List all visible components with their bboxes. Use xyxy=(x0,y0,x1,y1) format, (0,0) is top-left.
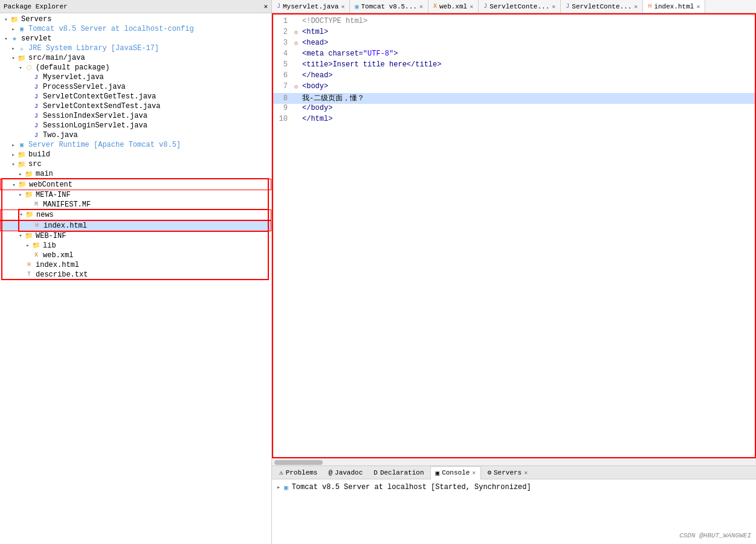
code-line-8: 8 我-二级页面，懂？ xyxy=(273,93,755,104)
line-content[interactable]: <meta charset="UTF-8"> xyxy=(300,50,755,58)
line-number: 10 xyxy=(273,115,292,123)
sidebar-item-two[interactable]: JTwo.java xyxy=(0,130,271,140)
line-number: 6 xyxy=(273,71,292,80)
tab-close-icon[interactable]: ✕ xyxy=(634,3,638,10)
line-content[interactable]: <title>Insert title here</title> xyxy=(300,60,755,69)
line-number: 2 xyxy=(273,28,292,36)
tab-label: ServletConte... xyxy=(572,3,632,10)
scroll-thumb[interactable] xyxy=(274,460,323,465)
tab-close-icon[interactable]: ✕ xyxy=(552,3,555,10)
sidebar-header: Package Explorer ✕ xyxy=(0,0,271,13)
main-layout: Package Explorer ✕ ▾📁Servers▸▣Tomcat v8.… xyxy=(0,0,756,544)
sidebar-item-defaultpkg[interactable]: ▾⬡(default package) xyxy=(0,63,271,72)
console-item-label: Tomcat v8.5 Server at localhost [Started… xyxy=(292,483,531,491)
line-content[interactable]: <!DOCTYPE html> xyxy=(300,17,755,25)
tab-close-icon[interactable]: ✕ xyxy=(470,3,473,10)
sidebar-item-build[interactable]: ▸📁build xyxy=(0,150,271,159)
bottom-tab-label: Servers xyxy=(494,469,522,476)
sidebar-item-jre[interactable]: ▸☕JRE System Library [JavaSE-17] xyxy=(0,43,271,53)
line-number: 1 xyxy=(273,17,292,25)
editor-tabs: JMyservlet.java✕▣Tomcat v8.5...✕Xweb.xml… xyxy=(272,0,756,13)
sidebar-item-myservlet[interactable]: JMyservlet.java xyxy=(0,72,271,82)
line-content[interactable]: </html> xyxy=(300,115,755,123)
bottom-tab-label: Console xyxy=(442,469,470,476)
sidebar-item-manifest[interactable]: MMANIFEST.MF xyxy=(0,200,271,210)
server-icon: ▣ xyxy=(17,25,27,33)
sidebar-item-src[interactable]: ▾📁src xyxy=(0,159,271,169)
code-text: <meta charset="UTF-8"> xyxy=(302,50,398,58)
editor-tab-servletconte1-tab[interactable]: JServletConte...✕ xyxy=(479,0,561,13)
sidebar-item-indexhtml2[interactable]: Hindex.html xyxy=(0,260,271,270)
sidebar-item-servletcontextsend[interactable]: JServletContextSendTest.java xyxy=(0,101,271,111)
tree-arrow: ▸ xyxy=(17,171,24,178)
line-content[interactable]: <html> xyxy=(300,28,755,36)
editor-tab-servletconte2-tab[interactable]: JServletConte...✕ xyxy=(561,0,643,13)
tree-label-serverruntime: Server Runtime [Apache Tomcat v8.5] xyxy=(28,141,181,149)
tree-arrow: ▾ xyxy=(17,232,24,239)
sidebar-item-webcontent[interactable]: ▾📁webContent xyxy=(0,179,271,190)
horizontal-scrollbar[interactable] xyxy=(272,458,756,466)
bottom-tab-problems-tab[interactable]: ⚠Problems xyxy=(274,466,322,479)
line-content[interactable]: </head> xyxy=(300,71,755,80)
tree-label-processservlet: ProcessServlet.java xyxy=(43,83,126,91)
tree-label-sessionlogin: SessionLoginServlet.java xyxy=(43,121,147,130)
line-number: 8 xyxy=(273,94,292,103)
folder-icon: 📁 xyxy=(17,54,27,62)
editor-tab-indexhtml-tab[interactable]: Hindex.html✕ xyxy=(643,0,705,13)
tab-close-icon[interactable]: ✕ xyxy=(419,3,423,10)
bottom-tab-console-tab[interactable]: ▣Console✕ xyxy=(430,466,482,479)
bottom-tab-close-icon[interactable]: ✕ xyxy=(524,469,528,476)
line-content[interactable]: <body> xyxy=(300,82,755,91)
sidebar-item-webinf[interactable]: ▾📁WEB-INF xyxy=(0,231,271,241)
bottom-tab-servers-tab[interactable]: ⚙Servers✕ xyxy=(482,466,532,479)
editor-tab-tomcat-tab[interactable]: ▣Tomcat v8.5...✕ xyxy=(350,0,428,13)
tree-label-webxml: web.xml xyxy=(43,251,73,260)
line-content[interactable]: 我-二级页面，懂？ xyxy=(300,93,755,103)
tree-arrow-empty xyxy=(17,262,24,268)
code-line-6: 6 </head> xyxy=(273,71,755,82)
sidebar-item-serverruntime[interactable]: ▸▣Server Runtime [Apache Tomcat v8.5] xyxy=(0,140,271,150)
folder-icon: 📁 xyxy=(17,150,27,159)
editor-tab-webxml-tab[interactable]: Xweb.xml✕ xyxy=(428,0,479,13)
tree-label-manifest: MANIFEST.MF xyxy=(43,200,91,209)
sidebar-item-servers[interactable]: ▾📁Servers xyxy=(0,14,271,24)
code-editor[interactable]: 1 <!DOCTYPE html> 2 ◎ <html> 3 ◎ <head> … xyxy=(272,13,756,458)
tree-label-jre: JRE System Library [JavaSE-17] xyxy=(28,44,159,53)
bottom-tab-declaration-tab[interactable]: DDeclaration xyxy=(369,466,428,479)
line-content[interactable]: <head> xyxy=(300,39,755,47)
sidebar-item-indexhtml[interactable]: Hindex.html xyxy=(0,220,271,231)
project-icon: ◈ xyxy=(10,34,19,43)
sidebar-item-servlet[interactable]: ▾◈servlet xyxy=(0,34,271,43)
editor-tab-myservlet-tab[interactable]: JMyservlet.java✕ xyxy=(272,0,350,13)
sidebar-close-icon[interactable]: ✕ xyxy=(263,2,268,10)
line-gutter: ◎ xyxy=(292,29,300,36)
sidebar-item-sessionlogin[interactable]: JSessionLoginServlet.java xyxy=(0,121,271,130)
folder-icon: 📁 xyxy=(24,232,34,240)
code-text: <title>Insert title here</title> xyxy=(302,60,441,69)
tab-close-icon[interactable]: ✕ xyxy=(341,3,344,10)
sidebar-item-main[interactable]: ▸📁main xyxy=(0,169,271,179)
sidebar-item-metainf[interactable]: ▸📁META-INF xyxy=(0,190,271,200)
sidebar-item-news[interactable]: ▾📁news xyxy=(0,210,271,220)
bottom-tab-javadoc-tab[interactable]: @Javadoc xyxy=(323,466,367,479)
sidebar-item-tomcat[interactable]: ▸▣Tomcat v8.5 Server at localhost-config xyxy=(0,24,271,34)
tree-label-defaultpkg: (default package) xyxy=(36,63,109,72)
java-icon: J xyxy=(31,92,41,101)
sidebar-item-webxml[interactable]: Xweb.xml xyxy=(0,251,271,260)
console-expand-arrow[interactable]: ▸ xyxy=(277,484,280,491)
tree-label-webinf: WEB-INF xyxy=(36,232,66,240)
sidebar-item-servletcontextget[interactable]: JServletContextGetTest.java xyxy=(0,92,271,101)
java-icon: J xyxy=(31,73,41,82)
sidebar-item-processservlet[interactable]: JProcessServlet.java xyxy=(0,82,271,92)
tree-arrow: ▸ xyxy=(10,26,17,33)
tab-close-icon[interactable]: ✕ xyxy=(696,3,700,10)
code-line-3: 3 ◎ <head> xyxy=(273,39,755,50)
bottom-tab-close-icon[interactable]: ✕ xyxy=(472,469,476,476)
bottom-tab-icon: ▣ xyxy=(436,469,440,477)
sidebar-item-sessionindex[interactable]: JSessionIndexServlet.java xyxy=(0,111,271,121)
sidebar-item-srcmain[interactable]: ▾📁src/main/java xyxy=(0,53,271,63)
line-content[interactable]: </body> xyxy=(300,104,755,112)
sidebar-item-lib[interactable]: ▸📁lib xyxy=(0,241,271,251)
sidebar-item-describe[interactable]: Tdescribe.txt xyxy=(0,270,271,280)
tree-label-indexhtml2: index.html xyxy=(36,261,79,269)
